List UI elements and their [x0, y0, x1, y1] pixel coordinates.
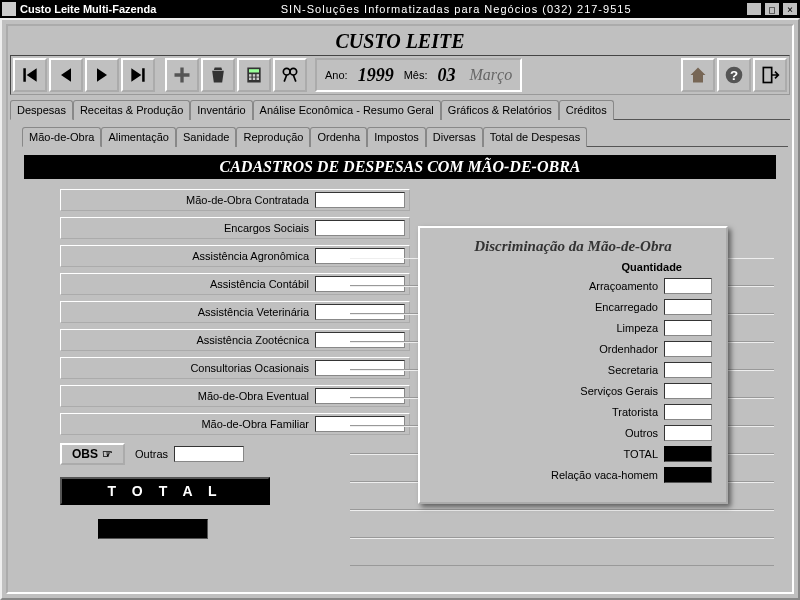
field-label: Assistência Contábil — [65, 278, 315, 290]
field-label: Encargos Sociais — [65, 222, 315, 234]
field-label: Mão-de-Obra Contratada — [65, 194, 315, 206]
panel-ratio-value — [664, 467, 712, 483]
panel-row-label: Secretaria — [434, 364, 658, 376]
subtab-5[interactable]: Impostos — [367, 127, 426, 147]
minimize-button[interactable]: _ — [746, 2, 762, 16]
svg-point-8 — [283, 68, 290, 75]
tab-2[interactable]: Inventário — [190, 100, 252, 120]
svg-rect-7 — [257, 78, 260, 81]
delete-button[interactable] — [201, 58, 235, 92]
field-label: Mão-de-Obra Familiar — [65, 418, 315, 430]
panel-row-label: Arraçoamento — [434, 280, 658, 292]
panel-ratio-label: Relação vaca-homem — [434, 469, 658, 481]
panel-row-label: Tratorista — [434, 406, 658, 418]
maximize-button[interactable]: □ — [764, 2, 780, 16]
date-area: Ano: 1999 Mês: 03 Março — [315, 58, 522, 92]
field-row-1: Encargos Sociais — [60, 217, 410, 239]
section-header: CADASTROS DE DESPESAS COM MÃO-DE-OBRA — [24, 155, 776, 179]
panel-input-7[interactable] — [664, 425, 712, 441]
svg-rect-12 — [763, 68, 771, 83]
panel-input-0[interactable] — [664, 278, 712, 294]
subtab-3[interactable]: Reprodução — [236, 127, 310, 147]
obs-button[interactable]: OBS☞ — [60, 443, 125, 465]
home-button[interactable] — [681, 58, 715, 92]
tab-4[interactable]: Gráficos & Relatórios — [441, 100, 559, 120]
hand-icon: ☞ — [102, 447, 113, 461]
first-button[interactable] — [13, 58, 47, 92]
prev-button[interactable] — [49, 58, 83, 92]
svg-text:?: ? — [730, 68, 738, 83]
svg-rect-6 — [253, 78, 256, 81]
svg-rect-3 — [253, 74, 256, 77]
subtab-2[interactable]: Sanidade — [176, 127, 237, 147]
subtab-6[interactable]: Diversas — [426, 127, 483, 147]
field-label: Assistência Zootécnica — [65, 334, 315, 346]
panel-row-3: Ordenhador — [434, 341, 712, 357]
next-button[interactable] — [85, 58, 119, 92]
svg-rect-4 — [257, 74, 260, 77]
panel-sub: Quantidade — [434, 261, 712, 273]
tabs: DespesasReceitas & ProduçãoInventárioAná… — [10, 99, 790, 120]
outras-label: Outras — [135, 448, 168, 460]
panel-title: Discriminação da Mão-de-Obra — [434, 238, 712, 255]
subtab-7[interactable]: Total de Despesas — [483, 127, 588, 147]
panel-input-1[interactable] — [664, 299, 712, 315]
panel-row-4: Secretaria — [434, 362, 712, 378]
panel-row-2: Limpeza — [434, 320, 712, 336]
tab-1[interactable]: Receitas & Produção — [73, 100, 190, 120]
panel-row-label: Limpeza — [434, 322, 658, 334]
tab-3[interactable]: Análise Econômica - Resumo Geral — [253, 100, 441, 120]
toolbar: Ano: 1999 Mês: 03 Março ? — [10, 55, 790, 95]
panel-row-0: Arraçoamento — [434, 278, 712, 294]
tab-5[interactable]: Créditos — [559, 100, 614, 120]
outras-input[interactable] — [174, 446, 244, 462]
field-label: Consultorias Ocasionais — [65, 362, 315, 374]
month-num: 03 — [437, 65, 455, 86]
panel-input-6[interactable] — [664, 404, 712, 420]
search-button[interactable] — [273, 58, 307, 92]
subtabs: Mão-de-ObraAlimentaçãoSanidadeReprodução… — [22, 126, 788, 147]
field-input-1[interactable] — [315, 220, 405, 236]
panel-total-label: TOTAL — [434, 448, 658, 460]
year-label: Ano: — [325, 69, 348, 81]
field-label: Assistência Veterinária — [65, 306, 315, 318]
panel-input-5[interactable] — [664, 383, 712, 399]
add-button[interactable] — [165, 58, 199, 92]
tab-0[interactable]: Despesas — [10, 100, 73, 120]
calculator-button[interactable] — [237, 58, 271, 92]
total-button[interactable]: T O T A L — [60, 477, 270, 505]
svg-point-9 — [290, 68, 297, 75]
subtab-1[interactable]: Alimentação — [101, 127, 176, 147]
close-button[interactable]: × — [782, 2, 798, 16]
panel-row-7: Outros — [434, 425, 712, 441]
last-button[interactable] — [121, 58, 155, 92]
field-row-0: Mão-de-Obra Contratada — [60, 189, 410, 211]
panel-input-4[interactable] — [664, 362, 712, 378]
brand-text: SIN-Soluções Informatizadas para Negócio… — [166, 3, 746, 15]
panel-discriminacao: Discriminação da Mão-de-Obra Quantidade … — [418, 226, 728, 504]
field-input-0[interactable] — [315, 192, 405, 208]
panel-input-2[interactable] — [664, 320, 712, 336]
exit-button[interactable] — [753, 58, 787, 92]
panel-row-label: Encarregado — [434, 301, 658, 313]
panel-row-1: Encarregado — [434, 299, 712, 315]
help-button[interactable]: ? — [717, 58, 751, 92]
subtab-0[interactable]: Mão-de-Obra — [22, 127, 101, 147]
panel-row-label: Serviços Gerais — [434, 385, 658, 397]
field-label: Assistência Agronômica — [65, 250, 315, 262]
app-title: Custo Leite Multi-Fazenda — [20, 3, 156, 15]
field-label: Mão-de-Obra Eventual — [65, 390, 315, 402]
year-value: 1999 — [358, 65, 394, 86]
panel-total-value — [664, 446, 712, 462]
panel-row-5: Serviços Gerais — [434, 383, 712, 399]
subtab-4[interactable]: Ordenha — [310, 127, 367, 147]
month-name: Março — [469, 66, 512, 84]
month-label: Mês: — [404, 69, 428, 81]
panel-row-label: Outros — [434, 427, 658, 439]
app-icon — [2, 2, 16, 16]
page-title: CUSTO LEITE — [10, 28, 790, 55]
panel-input-3[interactable] — [664, 341, 712, 357]
total-value — [98, 519, 208, 539]
svg-rect-1 — [249, 69, 259, 72]
titlebar: Custo Leite Multi-Fazenda SIN-Soluções I… — [0, 0, 800, 18]
